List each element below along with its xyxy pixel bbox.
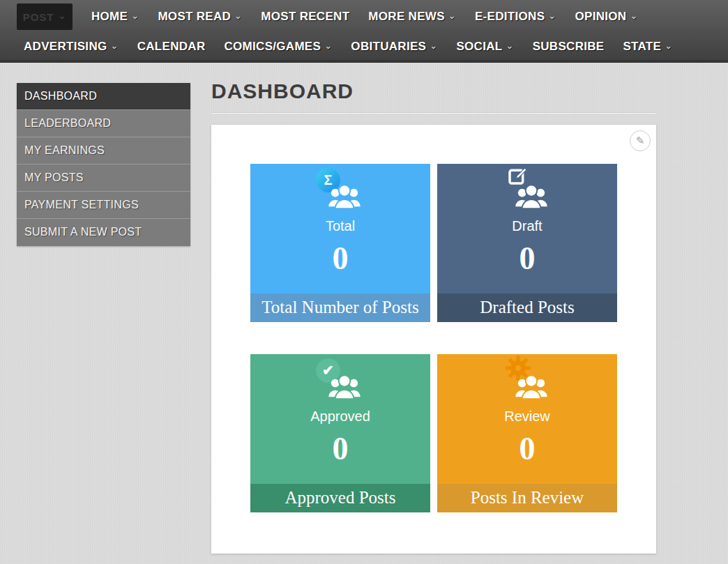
- nav-item-label: CALENDAR: [137, 40, 206, 54]
- chevron-down-icon: ⌄: [131, 11, 139, 20]
- approved-posts-icon: ✔: [317, 361, 363, 400]
- nav-item-most-recent[interactable]: MOST RECENT: [261, 10, 349, 24]
- nav-item-label: COMICS/GAMES: [224, 40, 321, 54]
- card-footer: Drafted Posts: [437, 294, 617, 322]
- users-group-icon: [327, 372, 362, 400]
- card-footer: Total Number of Posts: [250, 294, 430, 322]
- card-footer: Posts In Review: [437, 484, 617, 512]
- chevron-down-icon: ⌄: [665, 41, 672, 50]
- post-dropdown[interactable]: POST ⌄: [17, 3, 73, 30]
- sidebar-item-payment-settings[interactable]: PAYMENT SETTINGS: [17, 192, 190, 219]
- drafted-posts-icon: [504, 171, 550, 210]
- chevron-down-icon: ⌄: [548, 11, 556, 20]
- card-label: Total: [250, 218, 430, 234]
- sidebar-item-my-earnings[interactable]: MY EARNINGS: [17, 137, 190, 165]
- sidebar-menu: DASHBOARD LEADERBOARD MY EARNINGS MY POS…: [17, 83, 190, 246]
- main-content: DASHBOARD ✎ Σ Total 0: [211, 75, 656, 554]
- chevron-down-icon: ⌄: [430, 41, 437, 50]
- nav-item-label: E-EDITIONS: [475, 10, 545, 24]
- sidebar-item-submit-new-post[interactable]: SUBMIT A NEW POST: [17, 219, 190, 246]
- card-count: 0: [250, 243, 430, 275]
- nav-item-label: HOME: [91, 10, 128, 24]
- stat-card-draft[interactable]: Draft 0 Drafted Posts: [437, 164, 617, 322]
- nav-item-opinion[interactable]: OPINION ⌄: [575, 10, 637, 24]
- nav-item-label: MORE NEWS: [368, 10, 444, 24]
- top-navigation-bar: POST ⌄ HOME ⌄ MOST READ ⌄ MOST RECENT MO…: [0, 0, 728, 63]
- chevron-down-icon: ⌄: [324, 41, 332, 50]
- chevron-down-icon: ⌄: [630, 11, 637, 20]
- card-count: 0: [437, 243, 617, 275]
- posts-in-review-icon: [504, 361, 550, 400]
- post-dropdown-label: POST: [23, 11, 54, 23]
- card-footer: Approved Posts: [250, 484, 430, 512]
- chevron-down-icon: ⌄: [110, 41, 118, 50]
- stat-card-approved[interactable]: ✔ Approved 0 Approved Posts: [250, 354, 430, 512]
- nav-item-label: ADVERTISING: [24, 40, 107, 54]
- nav-item-calendar[interactable]: CALENDAR: [137, 40, 206, 54]
- chevron-down-icon: ⌄: [234, 11, 242, 20]
- stat-card-review[interactable]: Review 0 Posts In Review: [437, 354, 617, 512]
- total-posts-icon: Σ: [317, 171, 363, 210]
- nav-item-label: OBITUARIES: [351, 40, 426, 54]
- nav-item-label: MOST RECENT: [261, 10, 349, 24]
- card-count: 0: [437, 433, 617, 465]
- nav-item-e-editions[interactable]: E-EDITIONS ⌄: [475, 10, 556, 24]
- nav-item-more-news[interactable]: MORE NEWS ⌄: [368, 10, 456, 24]
- nav-item-label: SUBSCRIBE: [533, 40, 605, 54]
- nav-item-label: SOCIAL: [456, 40, 502, 54]
- nav-row-primary: POST ⌄ HOME ⌄ MOST READ ⌄ MOST RECENT MO…: [0, 0, 728, 33]
- sidebar-item-leaderboard[interactable]: LEADERBOARD: [17, 110, 190, 137]
- sidebar-item-dashboard[interactable]: DASHBOARD: [17, 83, 190, 110]
- nav-item-label: STATE: [623, 40, 661, 54]
- title-divider: [211, 112, 656, 114]
- chevron-down-icon: ⌄: [506, 41, 513, 50]
- nav-item-label: OPINION: [575, 10, 626, 24]
- users-group-icon: [514, 372, 549, 400]
- nav-item-advertising[interactable]: ADVERTISING ⌄: [24, 40, 119, 54]
- card-label: Approved: [250, 409, 430, 425]
- nav-row-secondary: ADVERTISING ⌄ CALENDAR COMICS/GAMES ⌄ OB…: [0, 33, 728, 60]
- card-count: 0: [250, 433, 430, 465]
- users-group-icon: [514, 181, 549, 210]
- nav-item-subscribe[interactable]: SUBSCRIBE: [533, 40, 605, 54]
- stat-cards-grid: Σ Total 0 Total Number of Posts: [250, 164, 617, 512]
- sidebar-item-my-posts[interactable]: MY POSTS: [17, 165, 190, 192]
- nav-item-state[interactable]: STATE ⌄: [623, 40, 672, 54]
- chevron-down-icon: ⌄: [58, 11, 66, 20]
- stat-card-total[interactable]: Σ Total 0 Total Number of Posts: [250, 164, 430, 322]
- card-label: Draft: [437, 218, 617, 234]
- chevron-down-icon: ⌄: [448, 11, 456, 20]
- card-label: Review: [437, 409, 617, 425]
- dashboard-panel: ✎ Σ Total 0 Total Number of: [211, 125, 656, 554]
- nav-item-home[interactable]: HOME ⌄: [91, 10, 139, 24]
- nav-item-social[interactable]: SOCIAL ⌄: [456, 40, 513, 54]
- nav-item-most-read[interactable]: MOST READ ⌄: [158, 10, 242, 24]
- edit-pencil-button[interactable]: ✎: [630, 130, 651, 151]
- users-group-icon: [327, 181, 362, 210]
- nav-item-obituaries[interactable]: OBITUARIES ⌄: [351, 40, 437, 54]
- nav-item-label: MOST READ: [158, 10, 231, 24]
- nav-item-comics-games[interactable]: COMICS/GAMES ⌄: [224, 40, 332, 54]
- page-title: DASHBOARD: [211, 79, 656, 103]
